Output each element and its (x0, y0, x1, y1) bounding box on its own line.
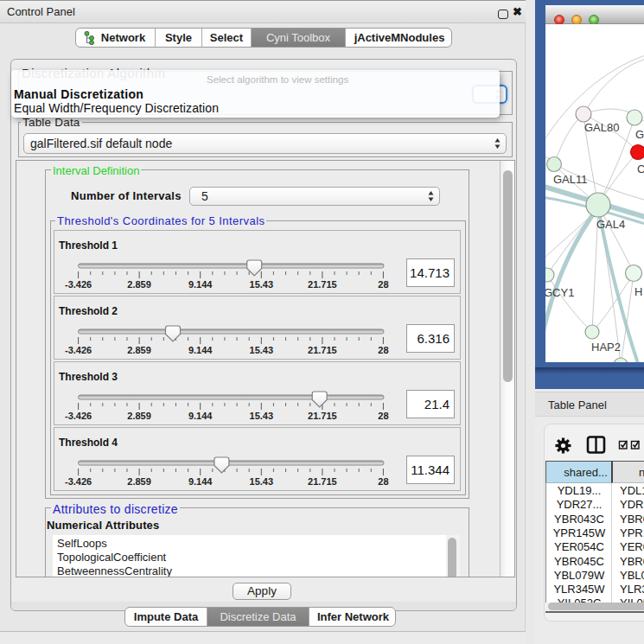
svg-text:21.715: 21.715 (308, 279, 337, 290)
svg-text:21.715: 21.715 (308, 411, 337, 421)
svg-text:21.715: 21.715 (308, 476, 337, 487)
svg-text:9.144: 9.144 (188, 476, 213, 487)
svg-text:15.43: 15.43 (250, 345, 274, 355)
svg-text:GAL11: GAL11 (553, 173, 588, 186)
svg-text:H: H (634, 285, 642, 298)
svg-text:15.43: 15.43 (250, 411, 274, 421)
svg-text:GCY1: GCY1 (545, 286, 574, 299)
svg-text:28: 28 (378, 476, 388, 487)
svg-text:28: 28 (378, 411, 388, 421)
svg-text:GAL80: GAL80 (584, 121, 619, 134)
svg-text:9.144: 9.144 (188, 279, 213, 290)
svg-text:21.715: 21.715 (308, 345, 337, 355)
svg-text:2.859: 2.859 (127, 345, 151, 355)
svg-text:GAL4: GAL4 (596, 218, 625, 231)
svg-text:2.859: 2.859 (127, 411, 151, 421)
svg-text:-3.426: -3.426 (65, 476, 92, 487)
svg-text:-3.426: -3.426 (65, 411, 92, 421)
svg-text:9.144: 9.144 (188, 411, 213, 421)
svg-text:2.859: 2.859 (127, 279, 151, 290)
svg-text:G.: G. (635, 128, 644, 141)
svg-text:9.144: 9.144 (188, 345, 213, 355)
svg-text:28: 28 (378, 279, 388, 290)
svg-text:HAP2: HAP2 (591, 341, 621, 354)
svg-text:-3.426: -3.426 (65, 279, 92, 290)
svg-text:15.43: 15.43 (250, 279, 274, 290)
svg-text:C: C (637, 163, 644, 175)
svg-text:2.859: 2.859 (127, 476, 151, 487)
svg-text:-3.426: -3.426 (65, 345, 92, 355)
svg-text:28: 28 (378, 345, 388, 355)
svg-text:15.43: 15.43 (250, 476, 274, 487)
